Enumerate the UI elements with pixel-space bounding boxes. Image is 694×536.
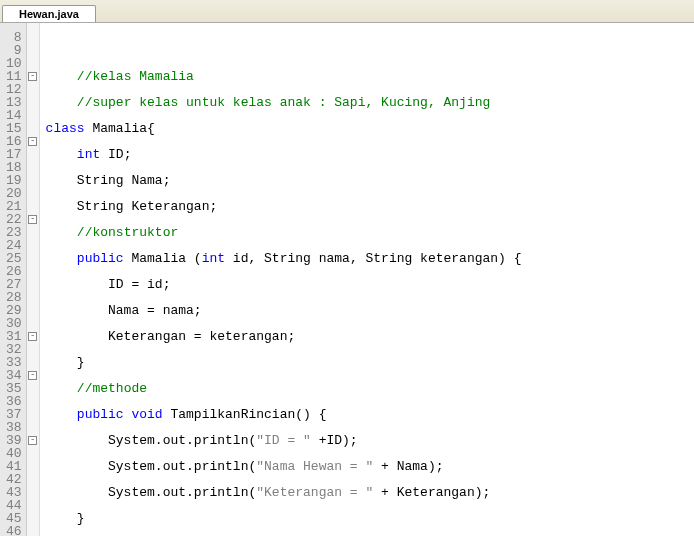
fold-slot <box>27 239 39 252</box>
tab-bar: Hewan.java <box>0 0 694 23</box>
fold-slot <box>27 161 39 174</box>
code-line <box>46 44 616 57</box>
fold-slot <box>27 382 39 395</box>
code-line: int ID; <box>46 148 616 161</box>
code-line: //super kelas untuk kelas anak : Sapi, K… <box>46 96 616 109</box>
fold-slot: - <box>27 369 39 382</box>
fold-slot <box>27 265 39 278</box>
fold-slot <box>27 525 39 536</box>
fold-slot <box>27 486 39 499</box>
fold-slot <box>27 31 39 44</box>
code-line: Nama = nama; <box>46 304 616 317</box>
fold-slot: - <box>27 330 39 343</box>
fold-slot <box>27 148 39 161</box>
fold-toggle-icon[interactable]: - <box>28 72 37 81</box>
fold-slot <box>27 356 39 369</box>
code-line: ID = id; <box>46 278 616 291</box>
fold-slot <box>27 278 39 291</box>
fold-slot <box>27 499 39 512</box>
fold-slot <box>27 447 39 460</box>
code-line: System.out.println("ID = " +ID); <box>46 434 616 447</box>
fold-slot <box>27 317 39 330</box>
code-line: } <box>46 356 616 369</box>
code-line: //kelas Mamalia <box>46 70 616 83</box>
code-line: public void TampilkanRincian() { <box>46 408 616 421</box>
fold-slot: - <box>27 213 39 226</box>
fold-slot <box>27 304 39 317</box>
code-area[interactable]: //kelas Mamalia //super kelas untuk kela… <box>40 23 616 536</box>
line-gutter: 8910111213141516171819202122232425262728… <box>0 23 27 536</box>
fold-slot <box>27 44 39 57</box>
code-line: String Keterangan; <box>46 200 616 213</box>
fold-slot <box>27 473 39 486</box>
line-number: 46 <box>6 525 22 536</box>
fold-slot: - <box>27 434 39 447</box>
fold-slot <box>27 408 39 421</box>
fold-column: ------ <box>27 23 40 536</box>
code-line: } <box>46 512 616 525</box>
code-line: class Mamalia{ <box>46 122 616 135</box>
fold-slot <box>27 57 39 70</box>
fold-slot: - <box>27 70 39 83</box>
fold-slot <box>27 460 39 473</box>
fold-slot <box>27 200 39 213</box>
fold-slot <box>27 226 39 239</box>
fold-toggle-icon[interactable]: - <box>28 332 37 341</box>
fold-slot <box>27 291 39 304</box>
fold-slot: - <box>27 135 39 148</box>
fold-toggle-icon[interactable]: - <box>28 371 37 380</box>
fold-toggle-icon[interactable]: - <box>28 215 37 224</box>
code-line: public Mamalia (int id, String nama, Str… <box>46 252 616 265</box>
fold-slot <box>27 252 39 265</box>
fold-slot <box>27 343 39 356</box>
fold-slot <box>27 512 39 525</box>
code-line: System.out.println("Keterangan = " + Ket… <box>46 486 616 499</box>
code-line: //konstruktor <box>46 226 616 239</box>
fold-slot <box>27 174 39 187</box>
fold-slot <box>27 395 39 408</box>
fold-slot <box>27 122 39 135</box>
fold-slot <box>27 96 39 109</box>
fold-slot <box>27 187 39 200</box>
fold-slot <box>27 83 39 96</box>
code-editor[interactable]: 8910111213141516171819202122232425262728… <box>0 23 694 536</box>
fold-slot <box>27 109 39 122</box>
code-line: //methode <box>46 382 616 395</box>
fold-toggle-icon[interactable]: - <box>28 436 37 445</box>
code-line: String Nama; <box>46 174 616 187</box>
code-line: System.out.println("Nama Hewan = " + Nam… <box>46 460 616 473</box>
tab-file[interactable]: Hewan.java <box>2 5 96 22</box>
fold-toggle-icon[interactable]: - <box>28 137 37 146</box>
code-line: Keterangan = keterangan; <box>46 330 616 343</box>
fold-slot <box>27 421 39 434</box>
